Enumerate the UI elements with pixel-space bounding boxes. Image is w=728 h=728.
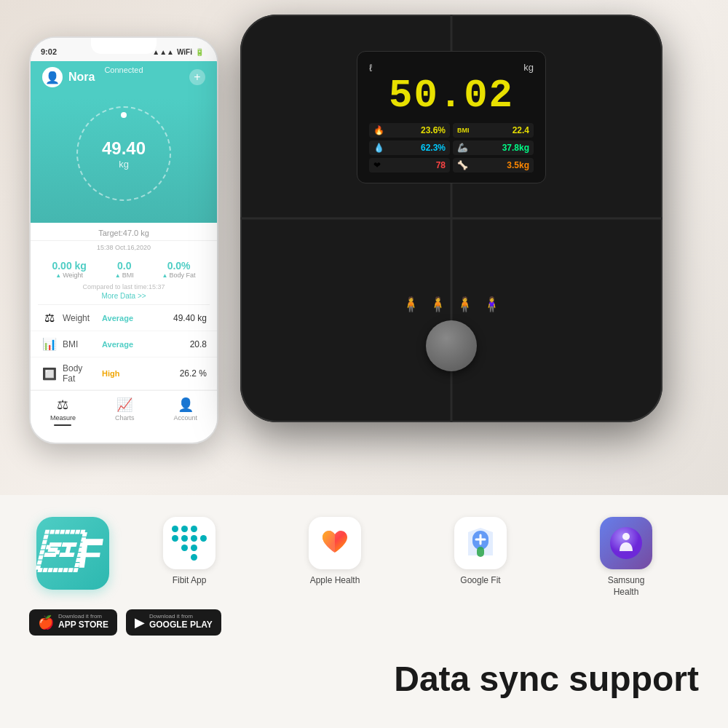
- svg-rect-1: [477, 547, 484, 557]
- app-icons-row: : [0, 495, 728, 598]
- weight-metric-row: ⚖ Weight Average 49.40 kg: [31, 305, 217, 331]
- data-card: Target:47.0 kg 15:38 Oct.16,2020 0.00 kg…: [31, 223, 217, 390]
- target-label: Target:47.0 kg: [31, 223, 217, 241]
- heart-rate-icon: ❤: [373, 160, 381, 170]
- phone-notch: [91, 38, 157, 54]
- samsung-health-label: Samsung Health: [608, 575, 645, 598]
- fat-icon: 🔥: [373, 125, 384, 135]
- weight-metric-level: Average: [102, 314, 169, 323]
- stats-time: 15:38 Oct.16,2020: [31, 241, 217, 254]
- phone-mockup: 9:02 ▲▲▲ WiFi 🔋 👤 Nora Connected + 49.40…: [29, 36, 218, 444]
- metric-heart: ❤ 78: [369, 158, 450, 173]
- bottom-section: : [0, 495, 728, 728]
- fitbit-app-item: Fibit App: [116, 517, 262, 587]
- weight-stat-label: ▲ Weight: [52, 272, 86, 279]
- nav-charts[interactable]: 📈 Charts: [115, 397, 135, 426]
- weight-metric-name: Weight: [63, 313, 98, 323]
- bmi-metric-level: Average: [102, 340, 186, 349]
- google-fit-svg: [462, 525, 499, 561]
- display-metrics: 🔥 23.6% BMI 22.4 💧 62.3% 🦾 37.8kg ❤: [369, 123, 534, 173]
- display-weight: 50.02: [369, 76, 534, 116]
- bone-value: 3.5kg: [507, 160, 529, 170]
- google-fit-item: Google Fit: [408, 517, 553, 587]
- account-icon: 👤: [178, 397, 194, 413]
- app-store-text: Download it from APP STORE: [58, 614, 108, 631]
- bodyfat-stat-label: ▲ Body Fat: [162, 272, 196, 279]
- apple-health-label: Apple Health: [310, 575, 360, 587]
- signal-icon: ▲▲▲: [152, 48, 174, 56]
- bodyfat-metric-name: Body Fat: [63, 363, 98, 384]
- google-play-button[interactable]: ▶ Download it from GOOGLE PLAY: [126, 609, 221, 636]
- status-icons: ▲▲▲ WiFi 🔋: [152, 48, 204, 56]
- person-icon-3: 🧍: [456, 296, 474, 313]
- bmi-stat-label: ▲ BMI: [115, 272, 134, 279]
- nav-account[interactable]: 👤 Account: [173, 397, 197, 426]
- f-logo: : [36, 533, 77, 574]
- bodyfat-stat: 0.0% ▲ Body Fat: [162, 260, 196, 279]
- store-buttons: 🍎 Download it from APP STORE ▶ Download …: [0, 598, 728, 636]
- scale-body: ℓ kg 50.02 🔥 23.6% BMI 22.4 💧 62.3% �: [240, 15, 662, 422]
- metric-muscle: 🦾 37.8kg: [453, 141, 534, 155]
- display-top: ℓ kg: [369, 62, 534, 74]
- apple-health-svg: [317, 525, 353, 561]
- fat-value: 23.6%: [421, 125, 446, 135]
- bodyfat-metric-value: 26.2 %: [180, 368, 207, 379]
- google-play-text: Download it from GOOGLE PLAY: [149, 614, 213, 631]
- status-time: 9:02: [41, 47, 57, 56]
- bodyfat-metric-icon: 🔲: [41, 367, 58, 381]
- app-store-big-text: APP STORE: [58, 620, 108, 631]
- weight-unit: kg: [119, 159, 129, 170]
- weight-value: 49.40: [102, 138, 146, 159]
- weight-metric-icon: ⚖: [41, 311, 58, 325]
- samsung-health-icon: [600, 517, 652, 569]
- metric-fat: 🔥 23.6%: [369, 123, 450, 138]
- avatar[interactable]: 👤: [42, 67, 63, 87]
- person-icon-2: 🧍: [429, 296, 447, 313]
- add-button[interactable]: +: [189, 69, 205, 85]
- person-icons-row: 🧍 🧍 🧍 🧍‍♀️: [402, 296, 501, 313]
- user-name: Nora: [68, 71, 95, 84]
- bottom-nav: ⚖ Measure 📈 Charts 👤 Account: [31, 390, 217, 435]
- more-data-link[interactable]: More Data >>: [31, 292, 217, 304]
- bmi-metric-row: 📊 BMI Average 20.8: [31, 331, 217, 357]
- app-store-button[interactable]: 🍎 Download it from APP STORE: [29, 609, 117, 636]
- fitbit-icon: [163, 517, 215, 569]
- phone-body: 9:02 ▲▲▲ WiFi 🔋 👤 Nora Connected + 49.40…: [29, 36, 218, 444]
- google-play-big-text: GOOGLE PLAY: [149, 620, 213, 631]
- display-symbol: ℓ: [369, 62, 373, 74]
- bmi-display-value: 22.4: [513, 125, 529, 135]
- muscle-icon: 🦾: [457, 143, 468, 153]
- nav-measure[interactable]: ⚖ Measure: [50, 397, 76, 426]
- weight-circle: 49.40 kg: [76, 106, 171, 201]
- samsung-health-svg: [609, 526, 643, 560]
- compared-label: Compared to last time:15:37: [31, 282, 217, 292]
- person-icon-1: 🧍: [402, 296, 420, 313]
- metric-bone: 🦴 3.5kg: [453, 158, 534, 173]
- metric-bmi: BMI 22.4: [453, 123, 534, 138]
- bmi-stat: 0.0 ▲ BMI: [115, 260, 134, 279]
- bodyfat-metric-level: High: [102, 369, 175, 378]
- water-value: 62.3%: [421, 143, 446, 153]
- fitbit-label: Fibit App: [173, 575, 207, 587]
- account-label: Account: [173, 414, 197, 422]
- connection-status: Connected: [104, 66, 143, 74]
- charts-icon: 📈: [116, 397, 132, 413]
- apple-health-icon: [309, 517, 361, 569]
- battery-icon: 🔋: [195, 48, 204, 56]
- app-store-small-text: Download it from: [58, 614, 108, 620]
- bmi-icon: BMI: [457, 127, 470, 134]
- google-play-small-text: Download it from: [149, 614, 213, 620]
- weight-stat: 0.00 kg ▲ Weight: [52, 260, 86, 279]
- water-icon: 💧: [373, 143, 384, 153]
- scale-wrapper: ℓ kg 50.02 🔥 23.6% BMI 22.4 💧 62.3% �: [240, 15, 692, 437]
- header-left: 👤 Nora: [42, 67, 95, 87]
- bmi-metric-icon: 📊: [41, 337, 58, 351]
- scale-display: ℓ kg 50.02 🔥 23.6% BMI 22.4 💧 62.3% �: [357, 51, 546, 183]
- weight-change: 0.00 kg: [52, 260, 86, 272]
- heart-value: 78: [436, 160, 446, 170]
- main-app-item: : [29, 517, 116, 590]
- measure-label: Measure: [50, 414, 76, 422]
- person-icon-4: 🧍‍♀️: [483, 296, 501, 313]
- google-fit-icon: [454, 517, 507, 569]
- bodyfat-metric-row: 🔲 Body Fat High 26.2 %: [31, 357, 217, 390]
